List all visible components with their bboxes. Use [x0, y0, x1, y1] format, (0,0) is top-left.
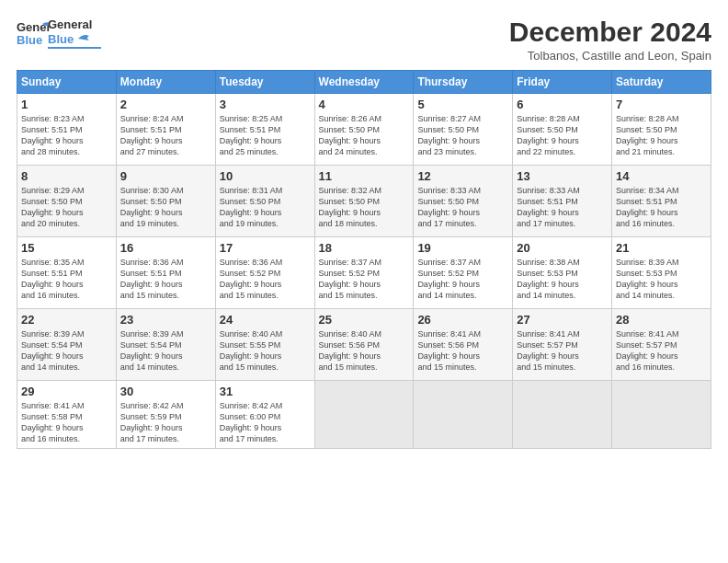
table-row: 15Sunrise: 8:35 AM Sunset: 5:51 PM Dayli… [17, 237, 117, 309]
day-number: 3 [220, 98, 311, 111]
day-content: Sunrise: 8:28 AM Sunset: 5:50 PM Dayligh… [616, 113, 707, 158]
table-row: 5Sunrise: 8:27 AM Sunset: 5:50 PM Daylig… [414, 94, 513, 166]
table-row: 22Sunrise: 8:39 AM Sunset: 5:54 PM Dayli… [17, 309, 117, 381]
header-thursday: Thursday [414, 71, 513, 94]
table-row: 7Sunrise: 8:28 AM Sunset: 5:50 PM Daylig… [612, 94, 711, 166]
day-content: Sunrise: 8:35 AM Sunset: 5:51 PM Dayligh… [21, 257, 112, 302]
day-number: 17 [220, 241, 311, 255]
day-number: 30 [120, 385, 211, 398]
day-number: 6 [517, 98, 608, 111]
day-number: 1 [21, 98, 112, 111]
table-row: 12Sunrise: 8:33 AM Sunset: 5:50 PM Dayli… [414, 166, 513, 237]
table-row [513, 381, 612, 449]
table-row: 28Sunrise: 8:41 AM Sunset: 5:57 PM Dayli… [612, 309, 711, 381]
day-content: Sunrise: 8:42 AM Sunset: 5:59 PM Dayligh… [120, 400, 211, 445]
day-content: Sunrise: 8:31 AM Sunset: 5:50 PM Dayligh… [220, 185, 311, 230]
day-number: 22 [21, 313, 112, 327]
table-row: 18Sunrise: 8:37 AM Sunset: 5:52 PM Dayli… [314, 237, 414, 309]
day-content: Sunrise: 8:30 AM Sunset: 5:50 PM Dayligh… [120, 185, 211, 230]
day-content: Sunrise: 8:36 AM Sunset: 5:52 PM Dayligh… [220, 257, 311, 302]
weekday-header-row: Sunday Monday Tuesday Wednesday Thursday… [17, 71, 711, 94]
day-number: 19 [417, 241, 508, 255]
month-title: December 2024 [509, 17, 711, 47]
header: General Blue General Blue [17, 17, 711, 63]
day-content: Sunrise: 8:39 AM Sunset: 5:53 PM Dayligh… [616, 257, 707, 302]
table-row: 13Sunrise: 8:33 AM Sunset: 5:51 PM Dayli… [513, 166, 612, 237]
day-content: Sunrise: 8:25 AM Sunset: 5:51 PM Dayligh… [220, 113, 311, 158]
table-row: 14Sunrise: 8:34 AM Sunset: 5:51 PM Dayli… [612, 166, 711, 237]
day-content: Sunrise: 8:26 AM Sunset: 5:50 PM Dayligh… [319, 113, 410, 158]
day-number: 25 [319, 313, 410, 327]
day-content: Sunrise: 8:32 AM Sunset: 5:50 PM Dayligh… [319, 185, 410, 230]
table-row: 27Sunrise: 8:41 AM Sunset: 5:57 PM Dayli… [513, 309, 612, 381]
day-number: 2 [120, 98, 211, 111]
table-row: 1Sunrise: 8:23 AM Sunset: 5:51 PM Daylig… [17, 94, 117, 166]
day-number: 7 [616, 98, 707, 111]
day-content: Sunrise: 8:41 AM Sunset: 5:57 PM Dayligh… [616, 328, 707, 373]
day-number: 11 [319, 169, 410, 183]
day-number: 14 [616, 169, 707, 183]
table-row: 9Sunrise: 8:30 AM Sunset: 5:50 PM Daylig… [116, 166, 215, 237]
day-content: Sunrise: 8:37 AM Sunset: 5:52 PM Dayligh… [417, 257, 508, 302]
table-row [314, 381, 414, 449]
table-row: 6Sunrise: 8:28 AM Sunset: 5:50 PM Daylig… [513, 94, 612, 166]
title-section: December 2024 Tolbanos, Castille and Leo… [509, 17, 711, 63]
table-row: 8Sunrise: 8:29 AM Sunset: 5:50 PM Daylig… [17, 166, 117, 237]
day-number: 20 [517, 241, 608, 255]
day-number: 26 [417, 313, 508, 327]
calendar-table: Sunday Monday Tuesday Wednesday Thursday… [17, 70, 711, 449]
day-content: Sunrise: 8:28 AM Sunset: 5:50 PM Dayligh… [517, 113, 608, 158]
day-number: 9 [120, 169, 211, 183]
day-number: 24 [220, 313, 311, 327]
day-content: Sunrise: 8:38 AM Sunset: 5:53 PM Dayligh… [517, 257, 608, 302]
svg-text:Blue: Blue [17, 33, 42, 47]
header-wednesday: Wednesday [314, 71, 414, 94]
table-row: 30Sunrise: 8:42 AM Sunset: 5:59 PM Dayli… [116, 381, 215, 449]
table-row: 4Sunrise: 8:26 AM Sunset: 5:50 PM Daylig… [314, 94, 414, 166]
logo-blue: Blue [48, 32, 74, 47]
header-tuesday: Tuesday [215, 71, 314, 94]
day-content: Sunrise: 8:42 AM Sunset: 6:00 PM Dayligh… [220, 400, 311, 445]
day-number: 18 [319, 241, 410, 255]
bird-icon [76, 32, 95, 45]
day-content: Sunrise: 8:33 AM Sunset: 5:50 PM Dayligh… [417, 185, 508, 230]
day-number: 4 [319, 98, 410, 111]
day-content: Sunrise: 8:34 AM Sunset: 5:51 PM Dayligh… [616, 185, 707, 230]
day-number: 21 [616, 241, 707, 255]
day-content: Sunrise: 8:36 AM Sunset: 5:51 PM Dayligh… [120, 257, 211, 302]
table-row: 2Sunrise: 8:24 AM Sunset: 5:51 PM Daylig… [116, 94, 215, 166]
logo-icon: General Blue [17, 17, 50, 50]
table-row: 26Sunrise: 8:41 AM Sunset: 5:56 PM Dayli… [414, 309, 513, 381]
day-content: Sunrise: 8:41 AM Sunset: 5:56 PM Dayligh… [417, 328, 508, 373]
logo: General Blue General Blue [17, 17, 101, 50]
table-row: 19Sunrise: 8:37 AM Sunset: 5:52 PM Dayli… [414, 237, 513, 309]
day-number: 5 [417, 98, 508, 111]
day-content: Sunrise: 8:41 AM Sunset: 5:57 PM Dayligh… [517, 328, 608, 373]
table-row: 3Sunrise: 8:25 AM Sunset: 5:51 PM Daylig… [215, 94, 314, 166]
day-content: Sunrise: 8:40 AM Sunset: 5:56 PM Dayligh… [319, 328, 410, 373]
table-row: 17Sunrise: 8:36 AM Sunset: 5:52 PM Dayli… [215, 237, 314, 309]
header-friday: Friday [513, 71, 612, 94]
table-row: 24Sunrise: 8:40 AM Sunset: 5:55 PM Dayli… [215, 309, 314, 381]
day-number: 8 [21, 169, 112, 183]
day-content: Sunrise: 8:37 AM Sunset: 5:52 PM Dayligh… [319, 257, 410, 302]
day-number: 12 [417, 169, 508, 183]
day-number: 15 [21, 241, 112, 255]
location: Tolbanos, Castille and Leon, Spain [509, 49, 711, 63]
day-content: Sunrise: 8:41 AM Sunset: 5:58 PM Dayligh… [21, 400, 112, 445]
logo-line: General Blue General Blue [17, 17, 101, 50]
header-monday: Monday [116, 71, 215, 94]
day-number: 31 [220, 385, 311, 398]
day-number: 16 [120, 241, 211, 255]
table-row: 20Sunrise: 8:38 AM Sunset: 5:53 PM Dayli… [513, 237, 612, 309]
table-row: 31Sunrise: 8:42 AM Sunset: 6:00 PM Dayli… [215, 381, 314, 449]
day-content: Sunrise: 8:33 AM Sunset: 5:51 PM Dayligh… [517, 185, 608, 230]
day-number: 23 [120, 313, 211, 327]
logo-general: General [48, 17, 101, 32]
day-number: 28 [616, 313, 707, 327]
day-content: Sunrise: 8:23 AM Sunset: 5:51 PM Dayligh… [21, 113, 112, 158]
day-number: 27 [517, 313, 608, 327]
day-content: Sunrise: 8:39 AM Sunset: 5:54 PM Dayligh… [21, 328, 112, 373]
day-content: Sunrise: 8:24 AM Sunset: 5:51 PM Dayligh… [120, 113, 211, 158]
logo-blue-line: Blue [48, 32, 101, 47]
